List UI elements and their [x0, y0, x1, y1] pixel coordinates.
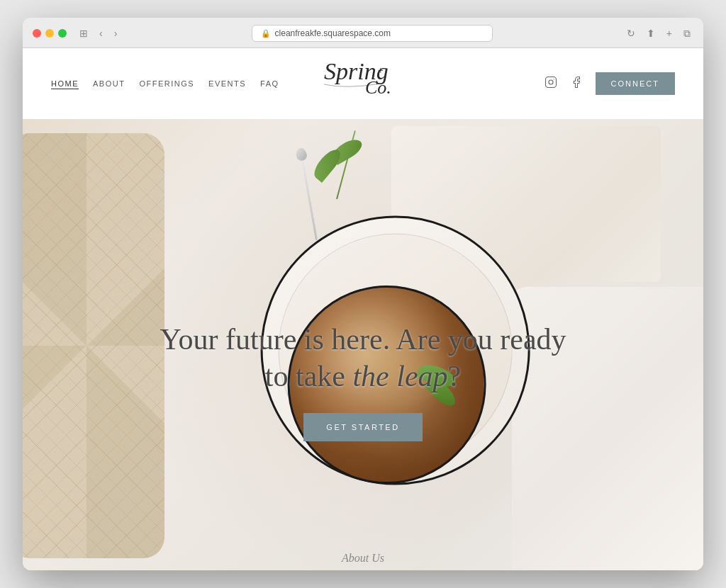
browser-controls: ⊞ ‹ › — [77, 26, 120, 40]
traffic-lights — [33, 29, 67, 38]
sidebar-toggle-icon[interactable]: ⊞ — [77, 26, 91, 40]
site-logo[interactable]: Spring + Co. — [317, 52, 409, 115]
svg-rect-3 — [545, 77, 556, 88]
reload-icon[interactable]: ↻ — [624, 26, 638, 40]
nav-home[interactable]: HOME — [51, 79, 79, 88]
svg-point-5 — [553, 79, 554, 79]
svg-text:Co.: Co. — [365, 77, 391, 98]
nav-right: CONNeCT — [544, 72, 675, 95]
browser-window: ⊞ ‹ › 🔒 cleanfreakfe.squarespace.com ↻ ⬆… — [23, 18, 703, 570]
hero-headline-line2-start: to take — [265, 360, 353, 392]
maximize-button[interactable] — [58, 29, 67, 38]
nav-events[interactable]: EVENTS — [208, 79, 246, 88]
nav-left: HOME ABOUT OFFERINGS EVENTS FAQ — [51, 79, 279, 88]
about-peek-label: About Us — [342, 552, 384, 564]
about-us-peek: About Us — [342, 552, 384, 570]
url-text: cleanfreakfe.squarespace.com — [275, 28, 391, 38]
close-button[interactable] — [33, 29, 41, 38]
hero-headline: Your future is here. Are you ready to ta… — [157, 321, 569, 395]
connect-button[interactable]: CONNeCT — [596, 72, 675, 95]
facebook-icon[interactable] — [570, 76, 583, 91]
lock-icon: 🔒 — [261, 29, 271, 38]
address-bar-wrap: 🔒 cleanfreakfe.squarespace.com — [127, 25, 616, 42]
browser-actions: ↻ ⬆ + ⧉ — [624, 26, 693, 41]
nav-offerings[interactable]: OFFERINGS — [139, 79, 194, 88]
new-tab-icon[interactable]: + — [664, 26, 675, 40]
nav-faq[interactable]: FAQ — [260, 79, 279, 88]
logo-image: Spring + Co. — [317, 52, 409, 115]
hero-section: Your future is here. Are you ready to ta… — [23, 119, 703, 570]
svg-point-4 — [549, 80, 553, 84]
hero-headline-line1: Your future is here. Are you ready — [160, 323, 566, 356]
instagram-icon[interactable] — [544, 76, 557, 91]
address-bar[interactable]: 🔒 cleanfreakfe.squarespace.com — [252, 25, 493, 42]
site-header: HOME ABOUT OFFERINGS EVENTS FAQ Spring +… — [23, 48, 703, 119]
website-content: HOME ABOUT OFFERINGS EVENTS FAQ Spring +… — [23, 48, 703, 570]
hero-text-block: Your future is here. Are you ready to ta… — [157, 321, 569, 441]
svg-text:+: + — [377, 65, 384, 76]
share-icon[interactable]: ⬆ — [644, 26, 658, 40]
browser-chrome: ⊞ ‹ › 🔒 cleanfreakfe.squarespace.com ↻ ⬆… — [23, 18, 703, 48]
forward-icon[interactable]: › — [111, 26, 121, 40]
back-icon[interactable]: ‹ — [96, 26, 106, 40]
nav-about[interactable]: ABOUT — [93, 79, 125, 88]
minimize-button[interactable] — [45, 29, 54, 38]
hero-headline-italic: the leap — [352, 360, 447, 392]
quilt-pattern-overlay — [23, 133, 164, 558]
duplicate-icon[interactable]: ⧉ — [681, 26, 693, 41]
hero-headline-end: ? — [448, 360, 462, 392]
get-started-button[interactable]: GET STARTED — [303, 413, 422, 441]
